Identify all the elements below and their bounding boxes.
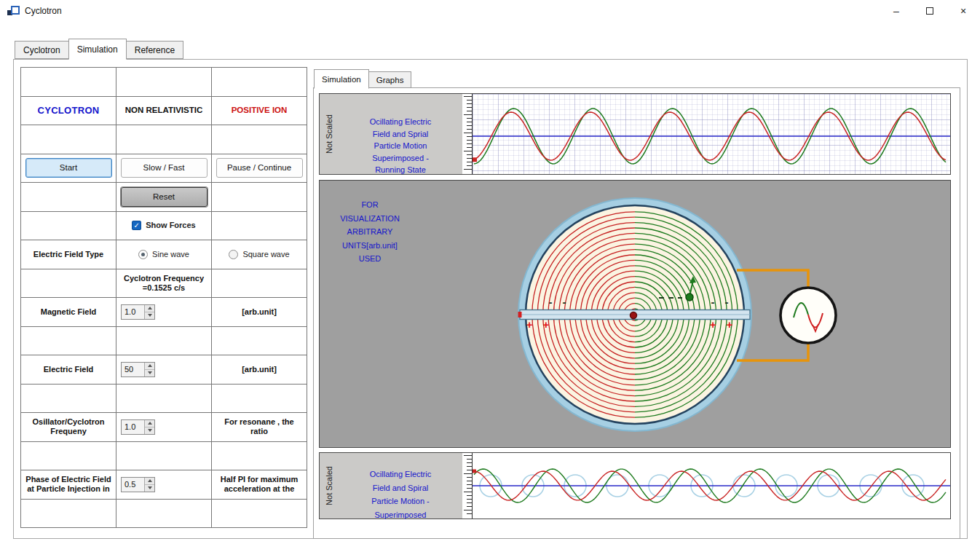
maximize-button[interactable] — [913, 0, 947, 22]
osc-ratio-value[interactable]: 1.0 — [122, 420, 144, 434]
slow-fast-cell: Slow / Fast — [116, 154, 212, 184]
electric-field-value-cell: 50 — [116, 355, 212, 385]
show-forces-cell: ✓ Show Forces — [116, 212, 212, 241]
mode-cell: NON RELATIVISTIC — [116, 97, 212, 126]
cyclotron-frequency-line1: Cyclotron Frequency — [124, 274, 204, 283]
start-button[interactable]: Start — [25, 158, 112, 178]
magnetic-field-value-cell: 1.0 — [116, 298, 212, 327]
table-cell-empty — [21, 385, 116, 414]
spinner-arrows — [144, 478, 154, 492]
minus-signs-right: - - — [711, 296, 732, 308]
up-arrow-icon — [148, 364, 152, 367]
tab-simulation[interactable]: Simulation — [68, 39, 127, 60]
down-arrow-icon — [148, 486, 152, 489]
close-button[interactable]: × — [947, 0, 980, 22]
up-arrow-icon — [148, 479, 152, 482]
electric-field-unit: [arb.unit] — [242, 365, 277, 374]
phase-spinner[interactable]: 0.5 — [121, 477, 155, 492]
phase-value[interactable]: 0.5 — [122, 478, 144, 492]
top-caption-lines: Ocillating Electric Field and Sprial Par… — [339, 94, 462, 174]
cyclotron-visualization: FOR VISUALIZATION ARBITRARY UNITS[arb.un… — [319, 180, 951, 448]
top-caption-line2: Field and Sprial — [339, 128, 462, 141]
table-cell-empty — [116, 442, 212, 471]
tab-sim-graphs[interactable]: Graphs — [368, 71, 412, 88]
phase-label-cell: Phase of Electric Field at Particle Inje… — [21, 470, 116, 500]
square-wave-cell: Square wave — [212, 240, 307, 269]
bottom-waveform-strip: Not Scaled Ocillating Electric Field and… — [319, 452, 951, 519]
osc-ratio-value-cell: 1.0 — [116, 413, 212, 442]
cyclotron-diagram: + + + + - - - - — [320, 181, 950, 447]
table-cell-empty — [21, 327, 116, 356]
simulation-panel: Not Scaled Ocillating Electric Field and… — [313, 87, 960, 539]
reset-button[interactable]: Reset — [121, 187, 208, 207]
reset-cell: Reset — [116, 183, 212, 212]
table-cell-empty — [21, 500, 116, 529]
window-title: Cyclotron — [25, 6, 62, 16]
slow-fast-button[interactable]: Slow / Fast — [121, 158, 208, 178]
magnetic-field-down-arrow[interactable] — [145, 312, 154, 319]
table-cell-empty — [212, 269, 307, 299]
cyclotron-frequency-cell: Cyclotron Frequency =0.1525 c/s — [116, 269, 212, 299]
table-cell-empty — [116, 327, 212, 356]
table-cell-empty — [212, 68, 307, 97]
title-bar: Cyclotron – × — [0, 0, 980, 22]
electric-field-up-arrow[interactable] — [145, 363, 154, 369]
magnetic-field-value[interactable]: 1.0 — [122, 305, 144, 319]
sine-wave-label: Sine wave — [152, 250, 189, 259]
top-not-scaled-label: Not Scaled — [325, 114, 333, 154]
field-type-label-cell: Electric Field Type — [21, 240, 116, 269]
sine-wave-radio[interactable]: Sine wave — [138, 250, 189, 259]
up-arrow-icon — [148, 307, 152, 309]
electric-field-label-cell: Electric Field — [21, 355, 116, 385]
phase-down-arrow[interactable] — [145, 484, 154, 492]
minimize-button[interactable]: – — [880, 0, 913, 22]
table-cell-empty — [21, 68, 116, 97]
magnetic-field-unit-cell: [arb.unit] — [212, 298, 307, 327]
tab-reference[interactable]: Reference — [126, 41, 183, 59]
osc-ratio-down-arrow[interactable] — [145, 427, 154, 434]
top-caption-line3: Particle Motion — [339, 140, 462, 152]
ion-cell: POSITIVE ION — [212, 97, 307, 126]
bottom-wave-plot — [473, 453, 950, 519]
osc-ratio-spinner[interactable]: 1.0 — [121, 419, 155, 435]
osc-ratio-label-line2: Frequeny — [50, 427, 87, 436]
top-caption-line1: Ocillating Electric — [339, 116, 462, 128]
pause-continue-button[interactable]: Pause / Continue — [216, 158, 303, 178]
electric-field-spinner[interactable]: 50 — [121, 362, 155, 377]
tab-cyclotron[interactable]: Cyclotron — [15, 41, 69, 59]
electric-field-label: Electric Field — [44, 365, 93, 374]
phase-up-arrow[interactable] — [145, 478, 154, 484]
table-cell-empty — [212, 442, 307, 471]
show-forces-checkbox[interactable]: ✓ Show Forces — [132, 221, 195, 230]
minus-signs-left: - - — [548, 296, 569, 308]
osc-ratio-note-line1: For resonane , the — [224, 417, 293, 427]
table-cell-empty — [21, 183, 116, 212]
square-wave-radio[interactable]: Square wave — [229, 250, 289, 259]
cyclotron-frequency-line2: =0.1525 c/s — [143, 283, 185, 293]
ion-label: POSITIVE ION — [232, 106, 288, 115]
bottom-ruler — [462, 453, 473, 519]
magnetic-field-spinner[interactable]: 1.0 — [121, 304, 155, 320]
app-icon — [7, 6, 18, 17]
down-arrow-icon — [148, 314, 152, 317]
bottom-caption-line2: Field and Spiral — [339, 481, 462, 495]
phase-value-cell: 0.5 — [116, 470, 212, 500]
top-caption-line4: Superimposed - — [339, 152, 462, 165]
table-cell-empty — [212, 183, 307, 212]
osc-ratio-up-arrow[interactable] — [145, 420, 154, 427]
magnetic-field-up-arrow[interactable] — [145, 305, 154, 312]
electric-field-down-arrow[interactable] — [145, 369, 154, 376]
checkbox-check-icon: ✓ — [132, 221, 141, 230]
mode-label: NON RELATIVISTIC — [125, 106, 202, 115]
table-cell-empty — [21, 212, 116, 241]
sine-wave-cell: Sine wave — [116, 240, 212, 269]
osc-ratio-note-line2: ratio — [250, 427, 268, 436]
table-cell-empty — [116, 500, 212, 529]
control-panel-table: CYCLOTRON NON RELATIVISTIC POSITIVE ION … — [20, 67, 307, 528]
spinner-arrows — [144, 363, 154, 376]
table-cell-empty — [116, 385, 212, 414]
table-cell-empty — [21, 125, 116, 154]
up-arrow-icon — [148, 422, 152, 425]
tab-sim-simulation[interactable]: Simulation — [314, 69, 369, 89]
electric-field-value[interactable]: 50 — [122, 363, 144, 376]
